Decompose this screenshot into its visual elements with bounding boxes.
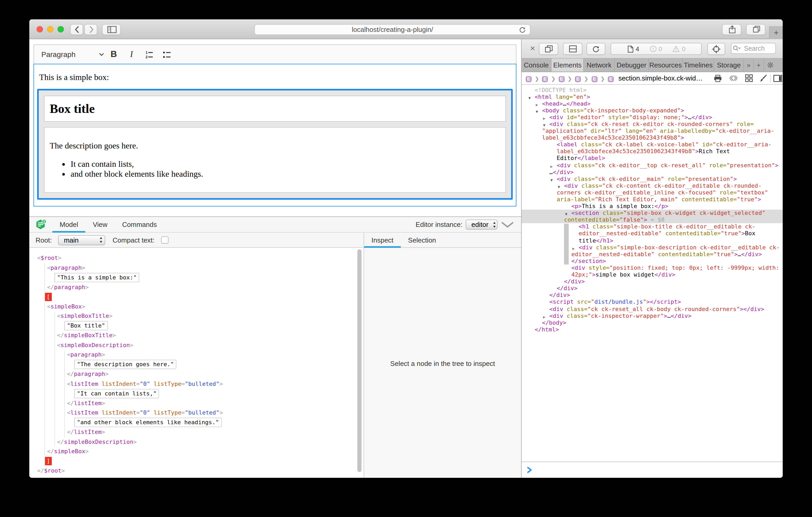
inspector-tab-view[interactable]: View (86, 217, 115, 232)
bold-button[interactable]: B (105, 49, 123, 60)
breadcrumb-element-badge[interactable]: E (608, 76, 614, 82)
dom-tree-line[interactable]: …</div> (522, 169, 783, 175)
model-node-close[interactable]: </simpleBox> (47, 447, 364, 457)
model-node-open[interactable]: <listItem listIndent="0" listType="bulle… (67, 379, 364, 389)
dom-tree-line[interactable]: Editor</label> (522, 155, 783, 162)
dom-tree-line[interactable]: ▶<div id="editor" style="display: none;"… (522, 114, 783, 121)
dom-tree-line[interactable]: </body> (522, 319, 783, 326)
paragraph-dropdown[interactable]: Paragraph (34, 45, 105, 64)
breadcrumb-element-badge[interactable]: E (575, 76, 581, 82)
model-node-open[interactable]: <listItem listIndent="0" listType="bulle… (67, 408, 364, 418)
dom-tree-line[interactable]: ▶<div class="simple-box-description ck-e… (522, 244, 783, 251)
dom-tree-line[interactable]: editor__nested-editable" contenteditable… (522, 230, 783, 237)
dom-tree-line[interactable]: ▶<head>…</head> (522, 100, 783, 107)
forward-button[interactable] (84, 24, 97, 35)
zoom-window-button[interactable] (58, 26, 64, 32)
model-node-open[interactable]: <simpleBoxDescription> (57, 341, 364, 350)
layout-grid-button[interactable] (745, 74, 753, 82)
devtools-tab-resources[interactable]: Resources (649, 59, 683, 71)
dom-tree-line[interactable]: aria-label="Rich Text Editor, main" cont… (522, 196, 783, 203)
model-node-close[interactable]: </listItem> (67, 399, 364, 408)
model-node-close[interactable]: </simpleBoxDescription> (57, 437, 364, 447)
element-picker-button[interactable] (707, 43, 725, 55)
back-button[interactable] (70, 24, 83, 35)
inspector-collapse-button[interactable] (501, 221, 514, 227)
model-node-close[interactable]: </paragraph> (67, 370, 364, 379)
devtools-dock-bottom-button[interactable] (563, 43, 582, 55)
reload-button[interactable] (519, 26, 526, 34)
close-window-button[interactable] (37, 26, 43, 32)
dom-tree-line[interactable]: ▼<div class="ck ck-content ck-editor__ed… (522, 182, 783, 189)
dom-tree-line[interactable]: ▼<body class="ck-inspector-body-expanded… (522, 107, 783, 114)
dom-tree-line[interactable]: <div style="position: fixed; top: 0px; l… (522, 265, 783, 271)
inspector-side-tab-selection[interactable]: Selection (401, 233, 443, 247)
devtools-dock-side-button[interactable] (539, 43, 558, 55)
simple-box-widget[interactable]: Box title The description goes here. It … (37, 89, 513, 200)
model-text-node[interactable]: "This is a simple box:" (57, 273, 364, 282)
root-select[interactable]: main (58, 235, 105, 245)
devtools-settings-tab[interactable] (764, 59, 776, 71)
model-node-open[interactable]: <paragraph> (47, 263, 364, 273)
bulleted-list-button[interactable] (158, 49, 176, 60)
dom-tree-line[interactable]: title</h1> (522, 237, 783, 244)
breadcrumb-element-badge[interactable]: E (591, 76, 597, 82)
simple-box-title[interactable]: Box title (44, 96, 506, 122)
styles-button[interactable] (760, 74, 767, 82)
dom-tree-line[interactable]: <div class="ck ck-reset_all ck-body ck-r… (522, 306, 783, 312)
inspector-side-tab-inspect[interactable]: Inspect (364, 233, 401, 247)
dom-tree-line[interactable]: corners ck-editor__editable_inline ck-fo… (522, 189, 783, 196)
dom-tree-line[interactable]: 42px;">simple box widget</div> (522, 271, 783, 278)
inspector-tab-model[interactable]: Model (52, 217, 86, 232)
dom-tree-line[interactable]: <!DOCTYPE html> (522, 87, 783, 93)
sidebar-toggle-button[interactable] (102, 24, 121, 35)
model-text-node[interactable]: "Box title" (67, 321, 364, 331)
details-sidebar-toggle[interactable] (773, 74, 782, 82)
editor-instance-select[interactable]: editor (466, 219, 498, 230)
dom-tree-line[interactable]: <h1 class="simple-box-title ck-editor__e… (522, 223, 783, 230)
model-node-open[interactable]: <simpleBox> (47, 302, 364, 311)
dom-tree-line[interactable]: </div> (522, 285, 783, 292)
devtools-status-group[interactable]: 4 0 (611, 43, 702, 55)
print-button[interactable] (714, 74, 722, 82)
model-node-close[interactable]: </simpleBoxTitle> (57, 331, 364, 341)
breadcrumb-selected[interactable]: section.simple-box.ck-wid… (618, 74, 703, 82)
devtools-tab-console[interactable]: Console (522, 59, 551, 71)
compact-text-checkbox[interactable] (162, 236, 169, 244)
dom-tree[interactable]: <!DOCTYPE html>▼<html lang="en">▶<head>…… (522, 85, 783, 462)
breadcrumb-element-badge[interactable]: E (559, 76, 564, 82)
model-node-open[interactable]: <paragraph> (67, 350, 364, 360)
italic-button[interactable]: I (123, 49, 141, 60)
devtools-tab-timelines[interactable]: Timelines (683, 59, 714, 71)
dom-tree-line[interactable]: ▼<html lang="en"> (522, 93, 783, 100)
model-tree-scrollbar[interactable] (357, 249, 361, 472)
devtools-tab-overflow[interactable]: » (744, 59, 754, 71)
dom-tree-line[interactable]: ▶<div class="ck ck-editor__top ck-reset_… (522, 162, 783, 169)
model-node-open[interactable]: <simpleBoxTitle> (57, 311, 364, 321)
devtools-close-button[interactable]: × (527, 43, 538, 54)
numbered-list-button[interactable]: 1 2 (141, 49, 158, 60)
devtools-tab-elements[interactable]: Elements (551, 59, 584, 71)
model-text-node[interactable]: "and other block elements like headings.… (77, 418, 364, 428)
dom-tree-line[interactable]: contenteditable="false"> = $0 (522, 217, 783, 223)
dom-tree-line[interactable]: label_e63cbbfece34c53ce23501062343f49b8"… (522, 148, 783, 155)
dom-tree-line[interactable]: "application" dir="ltr" lang="en" aria-l… (522, 127, 783, 134)
devtools-tab-storage[interactable]: Storage (714, 59, 744, 71)
breadcrumb-element-badge[interactable]: E (542, 76, 548, 82)
devtools-reload-button[interactable] (586, 43, 605, 55)
selection-marker[interactable]: [ (47, 292, 364, 302)
dom-tree-line[interactable]: editor__nested-editable" contenteditable… (522, 251, 783, 258)
inspector-tab-commands[interactable]: Commands (115, 217, 164, 232)
model-text-node[interactable]: "The description goes here." (77, 360, 364, 370)
dom-tree-line[interactable]: ▼<div class="ck ck-reset ck-editor ck-ro… (522, 121, 783, 127)
dom-tree-line[interactable]: <script src="dist/bundle.js"></script> (522, 299, 783, 306)
model-tree[interactable]: <$root><paragraph>"This is a simple box:… (29, 248, 364, 478)
tab-overview-button[interactable] (746, 24, 765, 35)
breadcrumb-element-badge[interactable]: E (526, 76, 531, 82)
model-node-close[interactable]: </$root> (37, 466, 364, 476)
dom-tree-line[interactable]: ▼<div class="ck ck-editor__main" role="p… (522, 175, 783, 182)
dom-tree-line[interactable]: </div> (522, 292, 783, 299)
model-node-open[interactable]: <$root> (37, 253, 364, 263)
dom-tree-line[interactable]: <label class="ck ck-label ck-voice-label… (522, 142, 783, 148)
devtools-tab-network[interactable]: Network (584, 59, 615, 71)
model-text-node[interactable]: "It can contain lists," (77, 389, 364, 399)
